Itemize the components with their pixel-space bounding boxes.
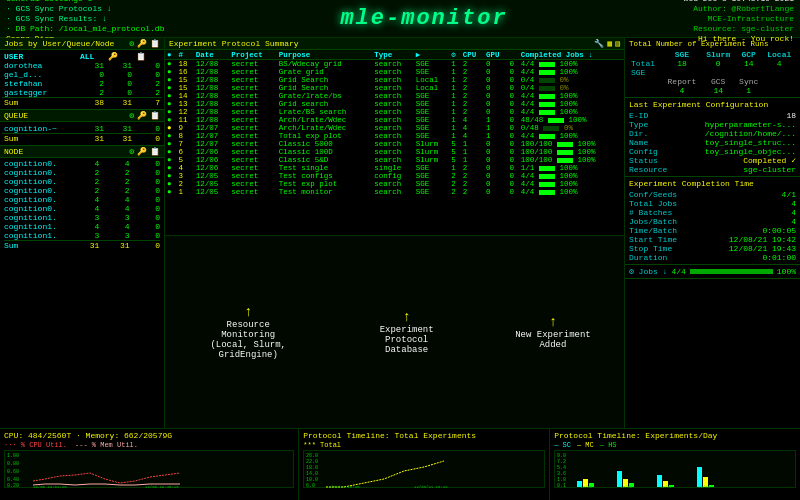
refresh-icon[interactable]: 📋 bbox=[150, 39, 160, 48]
table-row: ● 12 12/08 secret Lrate/BS search search… bbox=[165, 108, 624, 116]
table-row: cognition-~31310 bbox=[2, 124, 162, 134]
protocol-total-title: Protocol Timeline: Total Experiments bbox=[303, 431, 545, 440]
gcs-sync-protocols[interactable]: · GCS Sync Protocols ↓ bbox=[6, 4, 164, 13]
list-item: cognition0.440 bbox=[4, 159, 160, 168]
svg-text:12/08: 12/08 bbox=[698, 485, 711, 489]
kv-start-time: Start Time12/08/21 19:42 bbox=[629, 235, 796, 244]
header-right: Wed Dec 8 19:45:19 2021 Author: @RobertT… bbox=[684, 0, 794, 43]
jobs-title: Jobs by User/Queue/Node bbox=[4, 39, 114, 48]
svg-text:12/05/21 10:45: 12/05/21 10:45 bbox=[326, 485, 360, 489]
exp-title: Experiment Protocol Summary bbox=[169, 39, 299, 48]
protocol-total-svg: 26.0 22.0 18.0 14.0 10.0 6.0 12/05/21 10… bbox=[304, 451, 544, 489]
col-project: Project bbox=[229, 50, 276, 60]
queue-key-icon[interactable]: 🔑 bbox=[137, 111, 147, 120]
top-header: General Settings ⚙ · GCS Sync Protocols … bbox=[0, 0, 800, 38]
arrow-up-icon-2: ↑ bbox=[402, 309, 410, 325]
table-row: ● 13 12/08 secret Grid search search SGE… bbox=[165, 100, 624, 108]
user-sum-row: Sum38317 bbox=[2, 98, 162, 108]
sc-label: — SC bbox=[554, 441, 571, 449]
node-key-icon[interactable]: 🔑 bbox=[137, 147, 147, 156]
cpu-mem-chart: CPU: 484/2560T · Memory: 662/20579G ··· … bbox=[0, 429, 299, 500]
kv-dir: Dir./cognition/home/... bbox=[629, 129, 796, 138]
col-cpu2: CPU bbox=[461, 50, 484, 60]
table-row: ● 3 12/05 secret Test configs config SGE… bbox=[165, 172, 624, 180]
center-panel: Experiment Protocol Summary 🔧 ▦ ▤ ● # Da… bbox=[165, 38, 625, 428]
filter-icon[interactable]: 🔑 bbox=[137, 39, 147, 48]
col-engine: ▶ bbox=[414, 50, 449, 60]
settings-icon[interactable]: ⚙ bbox=[129, 39, 134, 48]
col-empty bbox=[507, 50, 518, 60]
queue-sum-row: Sum31310 bbox=[2, 134, 162, 144]
queue-settings-icon[interactable]: ⚙ bbox=[129, 111, 134, 120]
table-row: gel_d...000 bbox=[2, 70, 162, 79]
node-section: NODE ⚙ 🔑 📋 cognition0.440 cognition0.220… bbox=[0, 145, 164, 251]
app-logo: mle-monitor bbox=[164, 6, 683, 31]
author: Author: @RobertTLange bbox=[684, 4, 794, 13]
cpu-mem-title: CPU: 484/2560T · Memory: 662/20579G bbox=[4, 431, 294, 440]
svg-text:12/07: 12/07 bbox=[660, 485, 673, 489]
key-col-header: 🔑 bbox=[106, 52, 134, 61]
list-item: cognition1.330 bbox=[4, 213, 160, 222]
queue-table: cognition-~31310 Sum31310 bbox=[0, 122, 164, 145]
node-settings-icon[interactable]: ⚙ bbox=[129, 147, 134, 156]
list-item: cognition1.330 bbox=[4, 231, 160, 240]
resource: Resource: sge-cluster bbox=[684, 24, 794, 33]
list-item: cognition0.220 bbox=[4, 177, 160, 186]
mem-util-label: --- % Mem Util. bbox=[75, 441, 138, 449]
icon-grid[interactable]: ▦ bbox=[607, 39, 612, 48]
total-table-header: SGESlurmGCPLocal bbox=[629, 50, 796, 59]
datetime: Wed Dec 8 19:45:19 2021 bbox=[684, 0, 794, 3]
col-gpu: GPU bbox=[484, 50, 507, 60]
table-row: ● 5 12/06 secret Classic 5&D search Slur… bbox=[165, 156, 624, 164]
svg-text:12/08-19:45:16: 12/08-19:45:16 bbox=[145, 485, 179, 489]
table-row: ● 1 12/05 secret Test monitor search SGE… bbox=[165, 188, 624, 196]
svg-text:12/05: 12/05 bbox=[580, 485, 593, 489]
protocol-day-title: Protocol Timeline: Experiments/Day bbox=[554, 431, 796, 440]
queue-doc-icon[interactable]: 📋 bbox=[150, 111, 160, 120]
icon-wrench[interactable]: 🔧 bbox=[594, 39, 604, 48]
exp-section-header: Experiment Protocol Summary 🔧 ▦ ▤ bbox=[165, 38, 624, 50]
col-id: # bbox=[176, 50, 193, 60]
general-settings-label: General Settings ⚙ bbox=[6, 0, 164, 3]
kv-conf-seeds: Conf/Seeds4/1 bbox=[629, 190, 796, 199]
total-table-row: Total 180144 bbox=[629, 59, 796, 68]
svg-text:12/08/21 10:22: 12/08/21 10:22 bbox=[414, 485, 448, 489]
annotation-text-monitoring: Resource Monitoring(Local, Slurm, GridEn… bbox=[198, 320, 298, 360]
svg-text:1.00: 1.00 bbox=[7, 453, 19, 459]
kv-type: Typehyperparameter-s... bbox=[629, 120, 796, 129]
protocol-total-chart: Protocol Timeline: Total Experiments ***… bbox=[299, 429, 550, 500]
kv-eid: E-ID18 bbox=[629, 111, 796, 120]
protocol-day-svg: 9.0 7.2 5.4 3.6 1.8 0.1 bbox=[555, 451, 795, 489]
jobs-section-header: Jobs by User/Queue/Node ⚙ 🔑 📋 bbox=[0, 38, 164, 50]
svg-text:6.0: 6.0 bbox=[306, 483, 315, 489]
kv-stop-time: Stop Time12/08/21 19:43 bbox=[629, 244, 796, 253]
cpu-mem-chart-area: 1.00 0.80 0.60 0.40 0.20 12/06-13:01:20 … bbox=[4, 450, 294, 488]
arrow-up-icon: ↑ bbox=[244, 304, 252, 320]
col-date: Date bbox=[194, 50, 229, 60]
icon-table[interactable]: ▤ bbox=[615, 39, 620, 48]
gcs-sync-results[interactable]: · GCS Sync Results: ↓ bbox=[6, 14, 164, 23]
kv-time-batch: Time/Batch0:00:05 bbox=[629, 226, 796, 235]
col-cpu: ⚙ bbox=[449, 50, 460, 60]
annotation-protocol: ↑ Experiment ProtocolDatabase bbox=[357, 309, 457, 355]
table-row: ● 16 12/08 secret Grate grid search SGE … bbox=[165, 68, 624, 76]
table-row: ● 18 12/08 secret BS/Wdecay grid search … bbox=[165, 60, 624, 69]
table-row: stefahan202 bbox=[2, 79, 162, 88]
svg-text:0.1: 0.1 bbox=[557, 483, 566, 489]
kv-duration: Duration0:01:00 bbox=[629, 253, 796, 262]
col-status: ● bbox=[165, 50, 176, 60]
table-row: ● 15 12/08 secret Grid Search search Loc… bbox=[165, 84, 624, 92]
node-doc-icon[interactable]: 📋 bbox=[150, 147, 160, 156]
last-config-section: Last Experiment Configuration E-ID18 Typ… bbox=[625, 98, 800, 177]
arrow-up-icon-3: ↑ bbox=[549, 314, 557, 330]
list-item: cognition0.220 bbox=[4, 168, 160, 177]
total-table-row: ReportGCSSync bbox=[629, 77, 796, 86]
queue-header: QUEUE ⚙ 🔑 📋 bbox=[0, 110, 164, 122]
mc-label: — MC bbox=[577, 441, 594, 449]
table-row: ● 4 12/06 secret Test single single SGE … bbox=[165, 164, 624, 172]
svg-text:12/06-13:01:20: 12/06-13:01:20 bbox=[33, 485, 67, 489]
completion-title: Experiment Completion Time bbox=[629, 179, 796, 188]
kv-status: StatusCompleted ✓ bbox=[629, 156, 796, 165]
col-completed: Completed Jobs ↓ bbox=[519, 50, 624, 60]
table-row: ● 8 12/07 secret Total exp plot search S… bbox=[165, 132, 624, 140]
